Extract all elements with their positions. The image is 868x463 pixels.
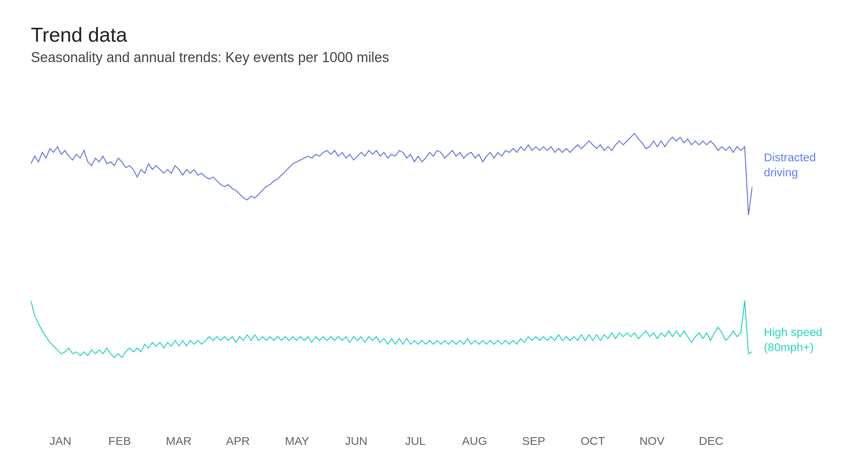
month-sep: SEP — [504, 434, 563, 448]
month-nov: NOV — [622, 434, 681, 448]
month-may: MAY — [267, 434, 326, 448]
month-dec: DEC — [682, 434, 741, 448]
month-mar: MAR — [149, 434, 208, 448]
month-jun: JUN — [327, 434, 386, 448]
chart-header: Trend data Seasonality and annual trends… — [31, 23, 837, 66]
chart-subtitle: Seasonality and annual trends: Key event… — [31, 49, 837, 66]
chart-title: Trend data — [31, 23, 837, 46]
high-speed-chart — [31, 278, 752, 401]
month-aug: AUG — [445, 434, 504, 448]
month-apr: APR — [208, 434, 267, 448]
month-oct: OCT — [563, 434, 622, 448]
high-speed-row: High speed(80mph+) — [31, 252, 837, 427]
chart-area: Distracteddriving High speed(80mph+) JAN… — [31, 77, 837, 448]
distracted-driving-chart — [31, 103, 752, 226]
page: Trend data Seasonality and annual trends… — [0, 0, 868, 463]
month-jan: JAN — [31, 434, 90, 448]
distracted-driving-row: Distracteddriving — [31, 77, 837, 252]
x-axis: JAN FEB MAR APR MAY JUN JUL AUG SEP OCT … — [31, 427, 837, 448]
high-speed-label: High speed(80mph+) — [752, 324, 837, 355]
month-jul: JUL — [386, 434, 445, 448]
distracted-driving-label: Distracteddriving — [752, 150, 837, 180]
month-feb: FEB — [90, 434, 149, 448]
